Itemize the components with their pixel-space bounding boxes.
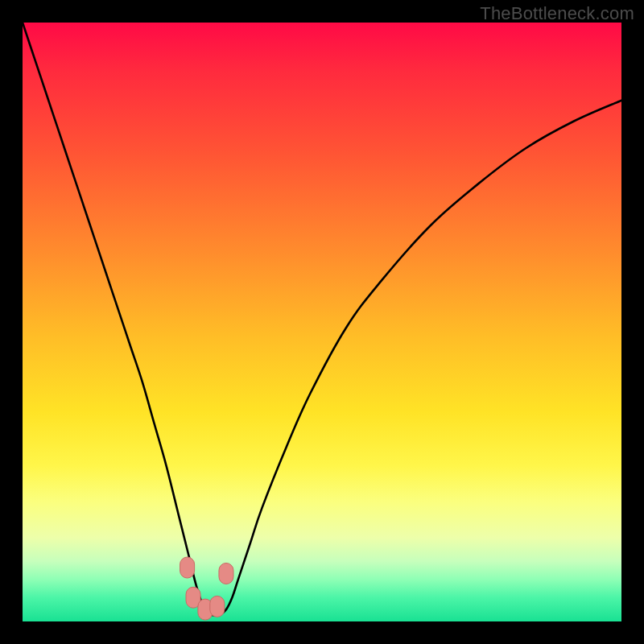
curve-marker bbox=[180, 557, 195, 578]
curve-line bbox=[23, 23, 621, 616]
curve-marker bbox=[210, 596, 225, 617]
chart-plot-area bbox=[23, 23, 621, 621]
curve-marker bbox=[219, 563, 233, 584]
bottleneck-curve bbox=[23, 23, 621, 621]
watermark-text: TheBottleneck.com bbox=[480, 3, 634, 24]
